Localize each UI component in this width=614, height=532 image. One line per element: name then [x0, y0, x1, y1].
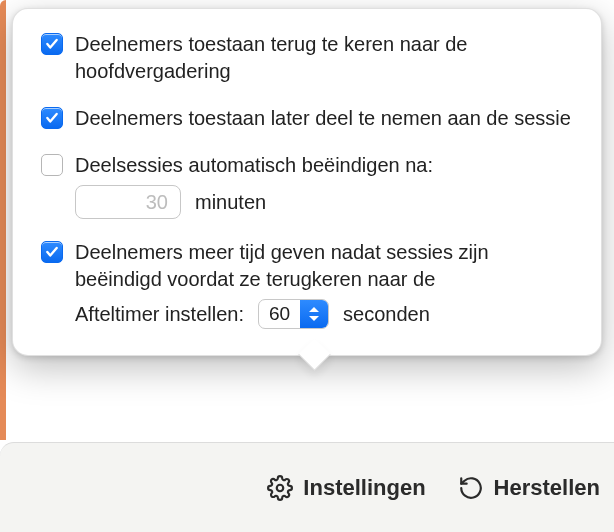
label-auto-end: Deelsessies automatisch beëindigen na:: [75, 152, 579, 179]
countdown-label: Afteltimer instellen:: [75, 303, 244, 326]
bottom-toolbar: Instellingen Herstellen: [0, 442, 614, 532]
chevron-updown-icon[interactable]: [300, 300, 328, 328]
label-extra-time: Deelnemers meer tijd geven nadat sessies…: [75, 239, 579, 293]
restore-icon: [458, 475, 484, 501]
auto-end-minutes-unit: minuten: [195, 191, 266, 214]
countdown-value: 60: [259, 303, 300, 325]
option-extra-time: Deelnemers meer tijd geven nadat sessies…: [41, 239, 579, 293]
label-allow-late-join: Deelnemers toestaan later deel te nemen …: [75, 105, 579, 132]
settings-button[interactable]: Instellingen: [267, 475, 425, 501]
restore-label: Herstellen: [494, 475, 600, 501]
countdown-row: Afteltimer instellen: 60 seconden: [75, 299, 579, 329]
checkbox-allow-late-join[interactable]: [41, 107, 63, 129]
option-auto-end: Deelsessies automatisch beëindigen na:: [41, 152, 579, 179]
checkbox-extra-time[interactable]: [41, 241, 63, 263]
countdown-unit: seconden: [343, 303, 430, 326]
auto-end-minutes-row: 30 minuten: [75, 185, 579, 219]
gear-icon: [267, 475, 293, 501]
option-allow-late-join: Deelnemers toestaan later deel te nemen …: [41, 105, 579, 132]
checkbox-allow-return[interactable]: [41, 33, 63, 55]
underlying-window-edge: [0, 0, 6, 440]
checkbox-auto-end[interactable]: [41, 154, 63, 176]
countdown-select[interactable]: 60: [258, 299, 329, 329]
restore-button[interactable]: Herstellen: [458, 475, 600, 501]
label-allow-return: Deelnemers toestaan terug te keren naar …: [75, 31, 579, 85]
settings-label: Instellingen: [303, 475, 425, 501]
auto-end-minutes-input[interactable]: 30: [75, 185, 181, 219]
option-allow-return: Deelnemers toestaan terug te keren naar …: [41, 31, 579, 85]
settings-popover: Deelnemers toestaan terug te keren naar …: [12, 8, 602, 356]
svg-point-0: [277, 484, 284, 491]
